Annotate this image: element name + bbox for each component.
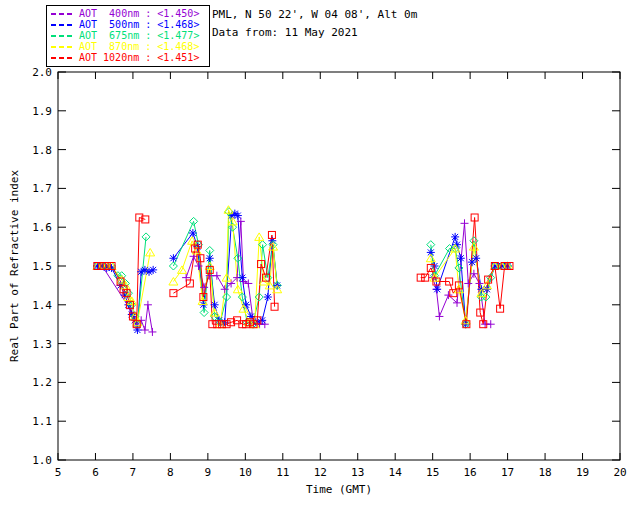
legend-label: AOT 675nm : <1.477>: [79, 30, 199, 41]
x-tick-label: 12: [314, 466, 327, 479]
x-tick-label: 17: [501, 466, 514, 479]
legend-dash-swatch: [51, 24, 74, 26]
y-tick-label: 1.1: [32, 415, 52, 428]
y-tick-label: 1.6: [32, 221, 52, 234]
plot-frame: [58, 72, 620, 460]
x-tick-label: 6: [92, 466, 99, 479]
legend-label: AOT 1020nm : <1.451>: [79, 52, 199, 63]
station-title: PML, N 50 22', W 04 08', Alt 0m: [212, 8, 417, 21]
y-tick-label: 1.2: [32, 376, 52, 389]
x-tick-label: 10: [239, 466, 252, 479]
y-tick-label: 1.3: [32, 338, 52, 351]
legend-item-aot-675nm: AOT 675nm : <1.477>: [51, 30, 206, 41]
x-tick-label: 15: [426, 466, 439, 479]
legend-item-aot-1020nm: AOT 1020nm : <1.451>: [51, 52, 206, 63]
y-tick-label: 1.0: [32, 454, 52, 467]
y-tick-label: 1.7: [32, 182, 52, 195]
x-tick-label: 19: [576, 466, 589, 479]
refractive-index-chart: 5678910111213141516171819201.01.11.21.31…: [0, 0, 640, 512]
y-tick-label: 1.9: [32, 105, 52, 118]
x-tick-label: 14: [389, 466, 403, 479]
x-tick-label: 5: [55, 466, 62, 479]
x-tick-label: 16: [464, 466, 477, 479]
x-tick-label: 8: [167, 466, 174, 479]
data-date: Data from: 11 May 2021: [212, 26, 358, 39]
y-tick-label: 2.0: [32, 66, 52, 79]
legend-item-aot-500nm: AOT 500nm : <1.468>: [51, 19, 206, 30]
x-tick-label: 20: [613, 466, 626, 479]
x-axis-label: Time (GMT): [306, 483, 372, 496]
x-tick-label: 18: [538, 466, 551, 479]
legend-item-aot-400nm: AOT 400nm : <1.450>: [51, 8, 206, 19]
legend-dash-swatch: [51, 46, 74, 48]
plot-canvas: 5678910111213141516171819201.01.11.21.31…: [0, 0, 640, 512]
legend-dash-swatch: [51, 57, 74, 59]
legend-dash-swatch: [51, 35, 74, 37]
x-tick-label: 9: [205, 466, 212, 479]
legend-label: AOT 500nm : <1.468>: [79, 19, 199, 30]
legend-dash-swatch: [51, 13, 74, 15]
y-axis-label: Real Part of Refractive index: [8, 170, 21, 362]
marker-diamond: [169, 262, 177, 270]
x-tick-label: 13: [351, 466, 364, 479]
y-tick-label: 1.4: [32, 299, 52, 312]
legend-item-aot-870nm: AOT 870nm : <1.468>: [51, 41, 206, 52]
y-tick-label: 1.5: [32, 260, 52, 273]
x-tick-label: 7: [130, 466, 137, 479]
legend-label: AOT 870nm : <1.468>: [79, 41, 199, 52]
legend-label: AOT 400nm : <1.450>: [79, 8, 199, 19]
y-tick-label: 1.8: [32, 144, 52, 157]
legend: AOT 400nm : <1.450>AOT 500nm : <1.468>AO…: [46, 5, 210, 67]
x-tick-label: 11: [276, 466, 289, 479]
